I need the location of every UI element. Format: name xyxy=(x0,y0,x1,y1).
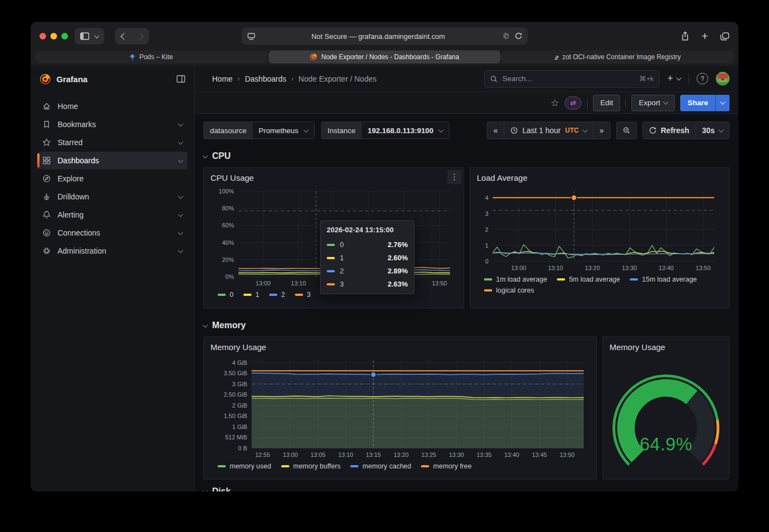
dashboard-actions-bar: ☆ ⇄ Edit Export Share xyxy=(195,92,738,114)
new-tab-icon[interactable]: + xyxy=(702,30,708,43)
section-header-cpu[interactable]: CPU xyxy=(203,151,730,161)
time-range-picker[interactable]: Last 1 hour UTC xyxy=(504,122,593,139)
legend-item[interactable]: memory buffers xyxy=(281,462,341,470)
legend-item[interactable]: memory used xyxy=(218,462,271,470)
legend-item[interactable]: memory cached xyxy=(350,462,411,470)
chevron-down-icon[interactable] xyxy=(94,33,100,38)
svg-text:4: 4 xyxy=(485,195,488,201)
legend-item[interactable]: 2 xyxy=(269,291,285,299)
gauge-value: 64.9% xyxy=(609,434,723,455)
back-button[interactable] xyxy=(121,33,128,40)
svg-text:1.50 GiB: 1.50 GiB xyxy=(224,413,247,419)
divider xyxy=(688,74,689,84)
tooltip-row: 32.63% xyxy=(327,280,408,288)
chevron-down-icon xyxy=(178,248,184,253)
panel-cpu-usage: CPU Usage ⋮ 13:0013:1013:2013:3013:4013:… xyxy=(203,167,464,308)
maximize-window-button[interactable] xyxy=(61,33,68,39)
legend-item[interactable]: 0 xyxy=(218,291,233,299)
datasource-value[interactable]: Prometheus xyxy=(253,122,314,139)
dock-menu-icon[interactable] xyxy=(176,75,185,83)
panel-menu-kebab-icon[interactable]: ⋮ xyxy=(447,170,462,184)
drilldown-icon xyxy=(42,192,51,201)
plug-icon xyxy=(42,228,51,237)
breadcrumb-home[interactable]: Home xyxy=(212,75,232,83)
zot-icon: ƶ xyxy=(555,53,559,61)
svg-text:40%: 40% xyxy=(222,239,234,246)
section-header-disk[interactable]: Disk xyxy=(203,487,730,491)
time-shift-back-button[interactable]: « xyxy=(487,122,504,139)
tab-overview-icon[interactable] xyxy=(720,32,730,41)
section-header-memory[interactable]: Memory xyxy=(203,321,730,330)
public-dashboard-badge[interactable]: ⇄ xyxy=(565,96,582,110)
favorite-star-icon[interactable]: ☆ xyxy=(550,98,559,108)
instance-value[interactable]: 192.168.0.113:9100 xyxy=(362,122,449,139)
tab-zot-registry[interactable]: ƶ zot OCI-native Container Image Registr… xyxy=(502,50,734,64)
panel-title[interactable]: Load Average xyxy=(476,171,723,186)
legend-item[interactable]: 15m load average xyxy=(630,276,697,283)
sidebar-item-administration[interactable]: Administration xyxy=(37,242,187,260)
sidebar-nav: Home Bookmarks Starred Dashboards xyxy=(31,92,194,265)
add-new-button[interactable]: + xyxy=(667,73,681,84)
instance-picker: Instance 192.168.0.113:9100 xyxy=(321,122,449,139)
legend-item[interactable]: 1m load average xyxy=(484,276,547,283)
legend-item[interactable]: 1 xyxy=(243,291,259,299)
sidebar-item-alerting[interactable]: Alerting xyxy=(37,206,187,224)
refresh-interval-picker[interactable]: 30s xyxy=(696,122,729,139)
user-avatar[interactable] xyxy=(716,72,730,85)
legend-item[interactable]: logical cores xyxy=(484,287,534,294)
sidebar-item-home[interactable]: Home xyxy=(37,98,187,115)
reload-icon[interactable] xyxy=(515,32,522,40)
search-input[interactable]: Search... ⌘+k xyxy=(484,70,659,88)
bell-icon xyxy=(42,210,51,219)
sidebar-toggle-group[interactable] xyxy=(75,28,104,44)
svg-text:0%: 0% xyxy=(225,273,234,280)
sidebar-item-bookmarks[interactable]: Bookmarks xyxy=(37,116,187,133)
tab-pods-kite[interactable]: Pods – Kite xyxy=(35,50,267,64)
browser-sidebar-icon[interactable] xyxy=(80,32,89,40)
chevron-down-icon xyxy=(178,211,184,217)
chevron-down-icon xyxy=(719,127,724,133)
panel-title[interactable]: Memory Usage xyxy=(609,340,723,355)
export-button[interactable]: Export xyxy=(631,95,675,111)
divider xyxy=(587,98,588,108)
svg-text:20%: 20% xyxy=(222,256,234,263)
sidebar-item-drilldown[interactable]: Drilldown xyxy=(37,188,187,205)
privacy-report-icon[interactable] xyxy=(502,32,510,40)
breadcrumb-dashboards[interactable]: Dashboards xyxy=(245,75,287,83)
sidebar-item-explore[interactable]: Explore xyxy=(37,170,187,187)
svg-text:13:25: 13:25 xyxy=(421,451,436,458)
svg-text:0 B: 0 B xyxy=(238,445,247,451)
load-average-chart[interactable]: 13:0013:1013:2013:3013:4013:5001234 xyxy=(476,186,723,273)
forward-button[interactable] xyxy=(136,33,144,40)
svg-text:13:00: 13:00 xyxy=(283,451,298,458)
panel-title[interactable]: CPU Usage xyxy=(210,171,458,186)
zoom-out-button[interactable] xyxy=(617,122,636,139)
reader-view-icon[interactable] xyxy=(247,33,255,40)
share-menu-toggle[interactable] xyxy=(715,95,730,111)
memory-gauge[interactable]: 64.9% xyxy=(609,361,723,469)
sidebar-item-starred[interactable]: Starred xyxy=(37,134,187,151)
sidebar-item-dashboards[interactable]: Dashboards xyxy=(37,152,187,169)
panel-title[interactable]: Memory Usage xyxy=(210,340,590,355)
refresh-button[interactable]: Refresh xyxy=(643,122,696,139)
gear-icon xyxy=(42,247,51,255)
sidebar-item-connections[interactable]: Connections xyxy=(37,224,187,242)
share-page-icon[interactable] xyxy=(681,31,690,41)
edit-button[interactable]: Edit xyxy=(593,95,620,111)
legend-item[interactable]: 3 xyxy=(295,291,311,299)
svg-text:13:20: 13:20 xyxy=(394,451,409,458)
tab-grafana[interactable]: Node Exporter / Nodes - Dashboards - Gra… xyxy=(269,50,501,64)
memory-usage-chart[interactable]: 12:5513:0013:0513:1013:1513:2013:2513:30… xyxy=(210,355,590,460)
time-range-controls: « Last 1 hour UTC » xyxy=(487,122,610,139)
address-bar[interactable]: Not Secure — grafana.damingerdaint.com xyxy=(242,27,528,45)
share-button[interactable]: Share xyxy=(680,95,715,111)
svg-text:13:10: 13:10 xyxy=(548,265,563,271)
help-button[interactable]: ? xyxy=(697,73,708,84)
grafana-logo[interactable] xyxy=(39,73,51,85)
legend-item[interactable]: 5m load average xyxy=(557,276,620,283)
legend-item[interactable]: memory free xyxy=(421,462,471,470)
close-window-button[interactable] xyxy=(39,33,46,39)
minimize-window-button[interactable] xyxy=(50,33,57,39)
svg-text:13:05: 13:05 xyxy=(310,451,326,458)
time-shift-forward-button[interactable]: » xyxy=(593,122,610,139)
